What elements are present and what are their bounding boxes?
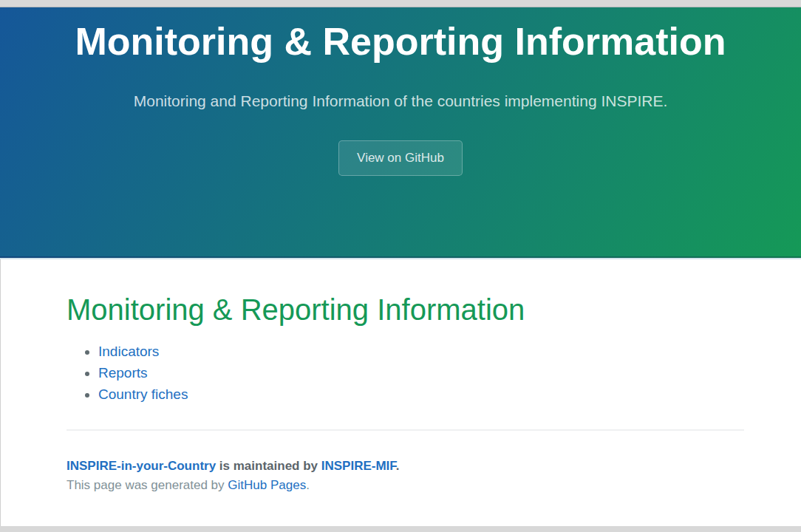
- country-fiches-link[interactable]: Country fiches: [98, 386, 188, 402]
- reports-link[interactable]: Reports: [98, 365, 148, 381]
- owner-link[interactable]: INSPIRE-in-your-Country: [67, 459, 216, 473]
- page-title: Monitoring & Reporting Information: [67, 292, 744, 327]
- footer-credits-text: This page was generated by: [67, 478, 228, 492]
- window-frame-top: [0, 0, 801, 7]
- project-title: Monitoring & Reporting Information: [0, 18, 801, 64]
- footer-owner-suffix: .: [396, 459, 400, 473]
- footer-credits-suffix: .: [306, 478, 310, 492]
- list-item: Indicators: [98, 341, 744, 362]
- project-tagline: Monitoring and Reporting Information of …: [0, 89, 801, 113]
- footer-owner-line: INSPIRE-in-your-Country is maintained by…: [67, 457, 744, 476]
- main-content-section: Monitoring & Reporting Information Indic…: [0, 259, 801, 526]
- list-item: Country fiches: [98, 383, 744, 405]
- maintainer-link[interactable]: INSPIRE-MIF: [321, 459, 396, 473]
- content-link-list: Indicators Reports Country fiches: [67, 341, 744, 405]
- list-item: Reports: [98, 362, 744, 383]
- page-header: Monitoring & Reporting Information Monit…: [0, 7, 801, 258]
- footer-owner-text: is maintained by: [216, 459, 321, 473]
- main-content: Monitoring & Reporting Information Indic…: [1, 259, 744, 495]
- github-pages-link[interactable]: GitHub Pages: [228, 478, 306, 492]
- view-on-github-button[interactable]: View on GitHub: [338, 140, 463, 176]
- header-button-row: View on GitHub: [0, 113, 801, 176]
- site-footer: INSPIRE-in-your-Country is maintained by…: [67, 431, 744, 495]
- footer-credits-line: This page was generated by GitHub Pages.: [67, 476, 744, 495]
- indicators-link[interactable]: Indicators: [98, 344, 159, 359]
